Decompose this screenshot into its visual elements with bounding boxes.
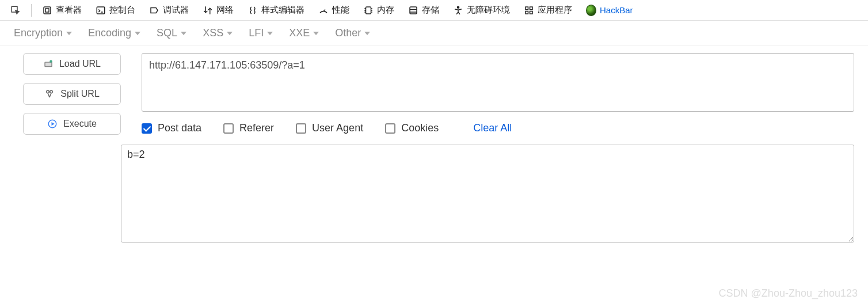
execute-button[interactable]: Execute <box>23 113 121 135</box>
devtools-tabbar: 查看器 控制台 调试器 网络 样式编辑器 性能 内存 <box>0 0 868 21</box>
menu-label: Encryption <box>14 27 63 39</box>
svg-rect-10 <box>530 11 533 14</box>
checkbox-label: Cookies <box>401 122 439 134</box>
caret-down-icon <box>267 32 273 35</box>
hackbar-content: Load URL Split URL Execute Post data Ref… <box>0 46 868 249</box>
tab-debugger[interactable]: 调试器 <box>143 1 195 19</box>
menu-other[interactable]: Other <box>335 27 370 39</box>
memory-icon <box>363 5 374 16</box>
tab-label: 控制台 <box>109 5 135 16</box>
tab-inspector[interactable]: 查看器 <box>36 1 87 19</box>
debugger-icon <box>149 5 159 16</box>
svg-rect-2 <box>45 9 49 12</box>
application-icon <box>524 5 534 16</box>
checkbox-referer[interactable]: Referer <box>223 122 274 134</box>
hackbar-icon <box>586 5 596 16</box>
menu-label: XSS <box>203 27 223 39</box>
button-label: Execute <box>63 119 97 129</box>
url-input[interactable] <box>142 53 854 112</box>
caret-down-icon <box>313 32 319 35</box>
menu-label: Other <box>335 27 361 39</box>
caret-down-icon <box>181 32 186 35</box>
checkbox-icon <box>223 123 234 134</box>
button-label: Split URL <box>60 89 100 99</box>
menu-encoding[interactable]: Encoding <box>88 27 140 39</box>
menu-label: LFI <box>249 27 264 39</box>
tab-label: 应用程序 <box>538 5 572 16</box>
separator <box>31 4 32 17</box>
accessibility-icon <box>453 5 463 16</box>
svg-rect-8 <box>530 7 533 10</box>
tab-performance[interactable]: 性能 <box>313 1 355 19</box>
menu-label: SQL <box>157 27 177 39</box>
checkbox-icon <box>385 123 395 134</box>
checkbox-cookies[interactable]: Cookies <box>385 122 439 134</box>
svg-rect-5 <box>410 7 417 14</box>
checkbox-user-agent[interactable]: User Agent <box>296 122 363 134</box>
caret-down-icon <box>227 32 233 35</box>
options-row: Post data Referer User Agent Cookies Cle… <box>142 120 854 137</box>
checkbox-icon <box>142 123 152 134</box>
action-buttons: Load URL Split URL Execute <box>23 53 121 243</box>
tab-picker[interactable] <box>5 2 26 19</box>
tab-memory[interactable]: 内存 <box>357 1 400 19</box>
style-editor-icon <box>248 5 258 16</box>
tab-label: HackBar <box>600 5 633 15</box>
tab-hackbar[interactable]: HackBar <box>580 2 639 19</box>
tab-application[interactable]: 应用程序 <box>518 1 578 19</box>
caret-down-icon <box>66 32 72 35</box>
tab-label: 性能 <box>332 5 349 16</box>
tab-storage[interactable]: 存储 <box>402 1 445 19</box>
post-data-input[interactable] <box>121 145 854 243</box>
button-label: Load URL <box>59 59 101 69</box>
inspector-icon <box>42 5 52 16</box>
tab-label: 调试器 <box>163 5 189 16</box>
svg-rect-12 <box>45 63 52 66</box>
console-icon <box>96 5 106 16</box>
main-area: Post data Referer User Agent Cookies Cle… <box>142 53 854 243</box>
caret-down-icon <box>135 32 140 35</box>
svg-point-15 <box>50 90 53 93</box>
menu-label: Encoding <box>88 27 131 39</box>
tab-console[interactable]: 控制台 <box>90 1 141 19</box>
svg-rect-3 <box>97 7 105 14</box>
menu-label: XXE <box>289 27 310 39</box>
tab-label: 内存 <box>377 5 394 16</box>
tab-accessibility[interactable]: 无障碍环境 <box>447 1 516 19</box>
menu-encryption[interactable]: Encryption <box>14 27 72 39</box>
hackbar-menubar: Encryption Encoding SQL XSS LFI XXE Othe… <box>0 21 868 46</box>
network-icon <box>203 5 213 16</box>
svg-point-13 <box>50 60 52 63</box>
tab-label: 样式编辑器 <box>261 5 304 16</box>
tab-label: 网络 <box>216 5 234 16</box>
load-url-icon <box>43 59 54 69</box>
svg-rect-9 <box>526 11 528 14</box>
tab-style-editor[interactable]: 样式编辑器 <box>242 1 310 19</box>
checkbox-icon <box>296 123 306 134</box>
performance-icon <box>318 5 329 16</box>
menu-xss[interactable]: XSS <box>203 27 233 39</box>
split-url-button[interactable]: Split URL <box>23 83 121 105</box>
menu-lfi[interactable]: LFI <box>249 27 273 39</box>
svg-rect-1 <box>44 7 51 14</box>
checkbox-label: Referer <box>239 122 274 134</box>
clear-all-link[interactable]: Clear All <box>473 122 512 134</box>
split-url-icon <box>44 89 55 99</box>
tab-label: 查看器 <box>56 5 82 16</box>
load-url-button[interactable]: Load URL <box>23 53 121 75</box>
svg-rect-7 <box>526 7 528 10</box>
checkbox-label: Post data <box>158 122 201 134</box>
storage-icon <box>408 5 418 16</box>
tab-label: 存储 <box>422 5 439 16</box>
menu-xxe[interactable]: XXE <box>289 27 319 39</box>
caret-down-icon <box>364 32 370 35</box>
svg-rect-4 <box>366 7 371 14</box>
svg-point-14 <box>47 90 50 93</box>
menu-sql[interactable]: SQL <box>157 27 186 39</box>
svg-point-6 <box>458 6 459 8</box>
checkbox-label: User Agent <box>312 122 363 134</box>
execute-icon <box>47 119 58 129</box>
checkbox-post-data[interactable]: Post data <box>142 122 201 134</box>
tab-label: 无障碍环境 <box>467 5 510 16</box>
tab-network[interactable]: 网络 <box>197 1 239 19</box>
